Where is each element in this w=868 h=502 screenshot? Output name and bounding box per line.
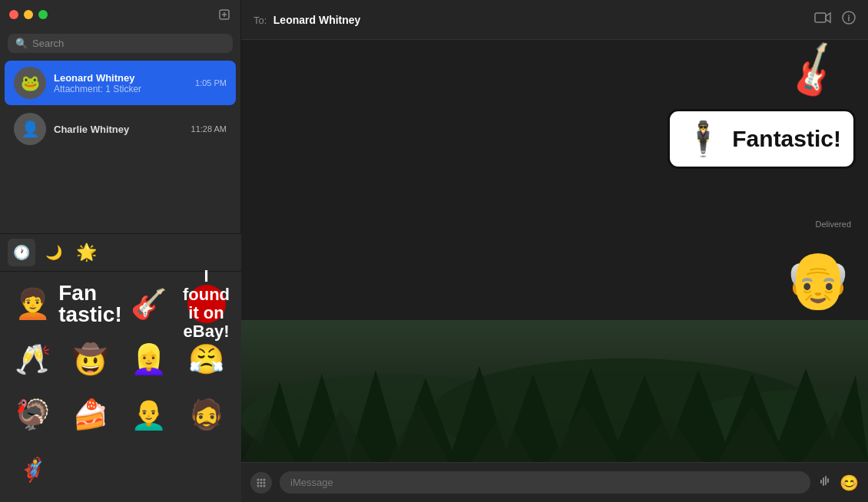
sticker-man-emoji: 🧑‍🦱 (15, 289, 51, 319)
chat-titlebar: To: Leonard Whitney (241, 0, 868, 40)
chat-to-section: To: Leonard Whitney (253, 13, 360, 27)
svg-point-41 (263, 478, 266, 481)
conv-time: 1:05 PM (195, 78, 227, 88)
sidebar-titlebar (0, 0, 240, 29)
svg-point-40 (260, 478, 263, 481)
sticker-guitar[interactable]: 🎸 (122, 278, 174, 330)
sticker-captain-emoji: 🦸‍♂️ (18, 458, 47, 481)
sticker-champagne[interactable]: 🥂 (6, 333, 58, 385)
sidebar: 🔍 🐸 Leonard Whitney Attachment: 1 Sticke… (0, 0, 241, 502)
sticker-grid: 🧑‍🦱 Fantastic! 🎸 I found it on eBay! 🥂 🤠… (0, 272, 241, 502)
svg-point-45 (257, 484, 260, 487)
chat-recipient-name: Leonard Whitney (273, 14, 361, 26)
info-button[interactable] (842, 11, 856, 28)
avatar: 🐸 (14, 67, 46, 99)
audio-button[interactable] (818, 474, 832, 491)
traffic-lights (9, 10, 48, 19)
video-call-button[interactable] (814, 12, 831, 28)
moon-icon: 🌙 (45, 244, 62, 261)
sticker-fantastic[interactable]: Fantastic! (65, 278, 117, 330)
conversation-item-leonard[interactable]: 🐸 Leonard Whitney Attachment: 1 Sticker … (5, 61, 236, 105)
sparkle-icon: 🌟 (76, 243, 97, 263)
apps-button[interactable] (250, 472, 272, 494)
sticker-bearded[interactable]: 🧔 (181, 388, 233, 441)
clock-icon: 🕐 (13, 244, 30, 261)
sticker-ebay-emoji: I found it on eBay! (187, 285, 226, 323)
svg-rect-1 (815, 13, 826, 22)
sticker-woman-emoji: 👱‍♀️ (131, 345, 167, 374)
sticker-guitar-emoji: 🎸 (131, 289, 167, 319)
chat-messages: 🎸 🕴 Fantastic! Delivered 👴 (241, 40, 868, 462)
sticker-guitar-chat: 🎸 (781, 40, 848, 104)
sticker-fantastic-chat: 🕴 Fantastic! (668, 109, 856, 169)
sticker-champagne-emoji: 🥂 (15, 345, 51, 374)
chat-titlebar-icons (814, 11, 856, 28)
svg-point-39 (257, 478, 260, 481)
search-icon: 🔍 (15, 38, 28, 49)
svg-point-44 (263, 481, 266, 484)
message-input[interactable] (280, 471, 810, 494)
chat-input-area: 😊 (241, 462, 868, 502)
fantastic-text: Fantastic! (732, 126, 841, 152)
sticker-person-figure: 🕴 (682, 119, 724, 159)
sticker-angry[interactable]: 😤 (181, 333, 233, 385)
svg-point-46 (260, 484, 263, 487)
sticker-panel: 🕐 🌙 🌟 🧑‍🦱 Fantastic! 🎸 I found it on eB (0, 233, 241, 502)
sticker-tab-moon[interactable]: 🌙 (40, 239, 68, 266)
conv-time: 11:28 AM (191, 124, 227, 134)
emoji-button[interactable]: 😊 (840, 474, 859, 492)
sticker-captain[interactable]: 🦸‍♂️ (6, 444, 58, 496)
sticker-bearded-emoji: 🧔 (188, 400, 224, 429)
conv-info: Charlie Whitney (54, 124, 184, 135)
sticker-tab-sparkle[interactable]: 🌟 (72, 239, 100, 266)
search-input[interactable] (32, 38, 225, 49)
sticker-man[interactable]: 🧑‍🦱 (6, 278, 58, 330)
sticker-turkey[interactable]: 🦃 (6, 388, 58, 441)
sticker-angry-emoji: 😤 (188, 345, 224, 374)
fullscreen-button[interactable] (38, 10, 48, 19)
sticker-ebay[interactable]: I found it on eBay! (181, 278, 233, 330)
minimize-button[interactable] (24, 10, 33, 19)
svg-point-47 (263, 484, 266, 487)
to-label: To: (253, 15, 267, 26)
search-bar: 🔍 (8, 34, 233, 53)
sticker-fantastic-emoji: Fantastic! (58, 282, 121, 325)
chat-background (241, 320, 868, 462)
conversation-item-charlie[interactable]: 👤 Charlie Whitney 11:28 AM (5, 107, 236, 151)
svg-point-42 (257, 481, 260, 484)
sticker-portrait-chat: 👴 (784, 247, 853, 312)
sticker-cowboy[interactable]: 🤠 (65, 333, 117, 385)
sticker-woman[interactable]: 👱‍♀️ (122, 333, 174, 385)
conv-preview: Attachment: 1 Sticker (54, 84, 187, 94)
delivered-status: Delivered (816, 216, 851, 230)
compose-button[interactable] (217, 8, 231, 21)
conv-name: Charlie Whitney (54, 124, 184, 135)
sticker-cake[interactable]: 🍰 (65, 388, 117, 441)
conv-info: Leonard Whitney Attachment: 1 Sticker (54, 72, 187, 94)
sticker-tab-recent[interactable]: 🕐 (8, 239, 35, 266)
main-chat: To: Leonard Whitney 🎸 🕴 (241, 0, 868, 502)
sticker-turkey-emoji: 🦃 (15, 400, 51, 429)
sticker-bald-man[interactable]: 👨‍🦲 (122, 388, 174, 441)
close-button[interactable] (9, 10, 18, 19)
sticker-cake-emoji: 🍰 (72, 400, 108, 429)
sticker-cowboy-emoji: 🤠 (72, 345, 108, 374)
avatar: 👤 (14, 113, 46, 145)
svg-point-43 (260, 481, 263, 484)
sticker-bald-man-emoji: 👨‍🦲 (131, 400, 167, 429)
conv-name: Leonard Whitney (54, 72, 187, 84)
